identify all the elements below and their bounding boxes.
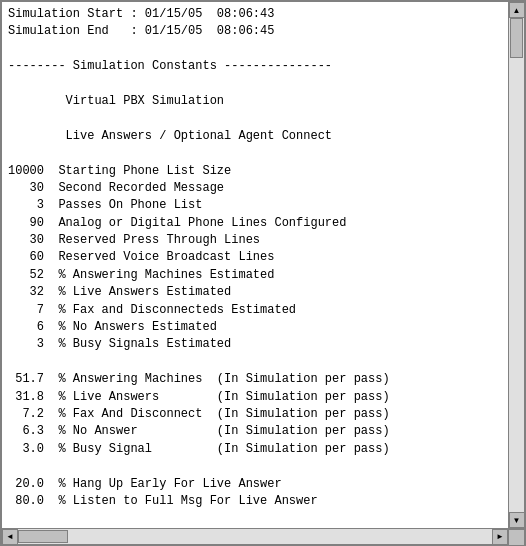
- content-area: Simulation Start : 01/15/05 08:06:43 Sim…: [2, 2, 524, 528]
- scroll-left-button[interactable]: ◄: [2, 529, 18, 545]
- scrollbar-v-thumb[interactable]: [510, 18, 523, 58]
- horizontal-scrollbar-container: ◄ ►: [2, 528, 524, 544]
- scrollbar-corner: [508, 529, 524, 545]
- main-window: Simulation Start : 01/15/05 08:06:43 Sim…: [0, 0, 526, 546]
- scrollbar-v-track[interactable]: [509, 18, 524, 512]
- horizontal-scrollbar[interactable]: ◄ ►: [2, 529, 508, 544]
- scroll-right-button[interactable]: ►: [492, 529, 508, 545]
- simulation-text: Simulation Start : 01/15/05 08:06:43 Sim…: [2, 2, 508, 528]
- scrollbar-h-thumb[interactable]: [18, 530, 68, 543]
- scrollbar-h-track[interactable]: [18, 529, 492, 544]
- vertical-scrollbar[interactable]: ▲ ▼: [508, 2, 524, 528]
- scroll-down-button[interactable]: ▼: [509, 512, 525, 528]
- scroll-up-button[interactable]: ▲: [509, 2, 525, 18]
